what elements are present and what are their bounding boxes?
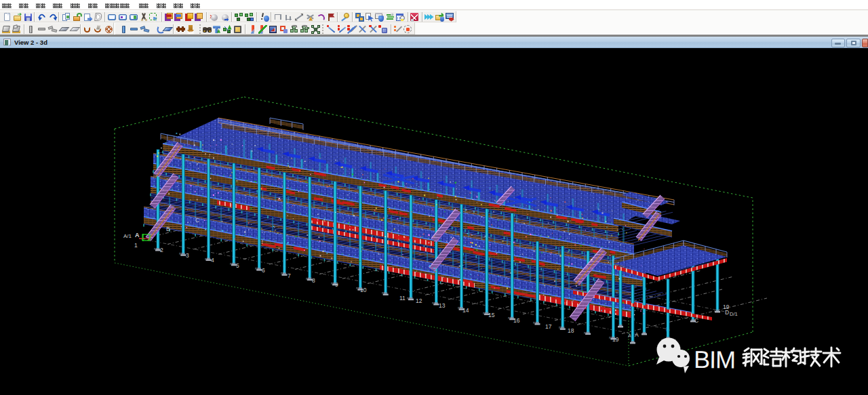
svg-text:m: m	[432, 301, 435, 305]
svg-text:BIM: BIM	[694, 346, 735, 373]
svg-text:C: C	[195, 217, 199, 224]
svg-text:15: 15	[488, 312, 495, 318]
svg-text:m: m	[382, 291, 385, 295]
svg-text:m: m	[179, 251, 182, 255]
svg-text:m: m	[205, 257, 208, 261]
svg-text:m: m	[306, 276, 309, 280]
svg-text:m: m	[356, 286, 359, 290]
svg-text:A/1: A/1	[123, 233, 132, 239]
svg-text:m: m	[533, 320, 536, 325]
svg-text:11: 11	[399, 295, 406, 302]
svg-text:16: 16	[513, 317, 520, 324]
svg-text:18: 18	[568, 327, 574, 334]
svg-text:13: 13	[439, 302, 446, 309]
svg-text:4: 4	[211, 257, 214, 264]
svg-text:D/1: D/1	[730, 311, 738, 317]
svg-text:19: 19	[723, 304, 730, 310]
svg-text:m: m	[281, 271, 284, 275]
svg-text:m: m	[483, 311, 486, 315]
svg-text:A: A	[135, 232, 140, 238]
svg-text:1: 1	[134, 242, 138, 249]
svg-text:m: m	[584, 331, 587, 335]
svg-text:6: 6	[262, 267, 265, 274]
svg-text:14: 14	[462, 307, 469, 314]
svg-text:7: 7	[288, 272, 291, 279]
svg-text:m: m	[559, 325, 562, 329]
svg-text:12: 12	[416, 297, 422, 304]
svg-text:m: m	[230, 262, 233, 266]
svg-text:m: m	[331, 281, 334, 285]
svg-text:3: 3	[186, 252, 189, 259]
svg-text:B: B	[166, 226, 170, 232]
svg-text:m: m	[458, 306, 461, 310]
svg-text:17: 17	[545, 323, 552, 330]
svg-text:m: m	[609, 335, 612, 339]
svg-text:m: m	[154, 247, 157, 251]
svg-text:A: A	[635, 331, 639, 338]
svg-text:m: m	[407, 296, 410, 300]
svg-text:m: m	[508, 316, 511, 320]
svg-text:m: m	[255, 266, 258, 270]
